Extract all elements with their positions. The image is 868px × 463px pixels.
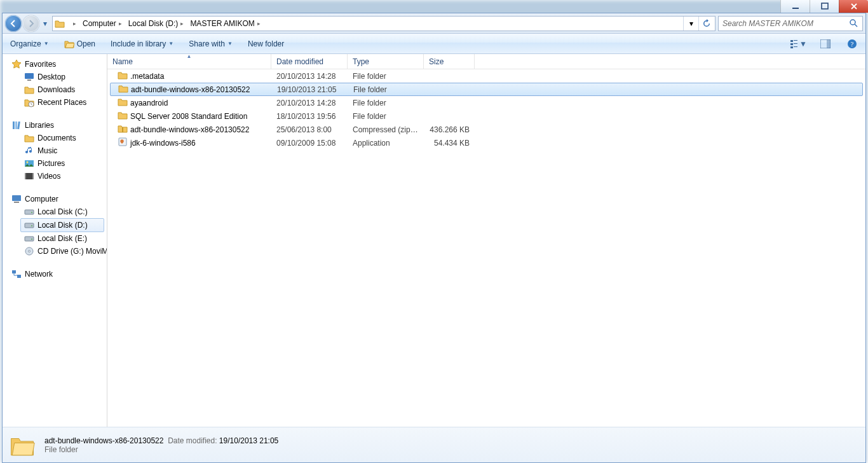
downloads-icon bbox=[24, 85, 34, 95]
nav-desktop[interactable]: Desktop bbox=[5, 71, 107, 83]
minimize-button[interactable] bbox=[780, 0, 810, 13]
file-type: Application bbox=[348, 139, 424, 148]
svg-point-29 bbox=[31, 225, 32, 226]
address-bar[interactable]: ▸ Computer▸ Local Disk (D:)▸ MASTER AMIK… bbox=[52, 16, 715, 31]
search-icon bbox=[849, 18, 859, 31]
breadcrumb-label: Local Disk (D:) bbox=[128, 19, 179, 28]
address-dropdown[interactable]: ▾ bbox=[683, 17, 698, 31]
share-button[interactable]: Share with▼ bbox=[186, 38, 235, 50]
documents-icon bbox=[24, 133, 34, 143]
view-button[interactable]: ▼ bbox=[790, 37, 807, 51]
file-row[interactable]: adt-bundle-windows-x86-2013052219/10/201… bbox=[110, 83, 863, 96]
col-name[interactable]: Name▲ bbox=[107, 54, 271, 69]
close-button[interactable] bbox=[839, 0, 868, 13]
svg-point-20 bbox=[27, 162, 29, 163]
nav-history-dropdown[interactable]: ▾ bbox=[41, 15, 50, 32]
details-title: adt-bundle-windows-x86-20130522 bbox=[44, 436, 163, 445]
col-type[interactable]: Type bbox=[348, 54, 424, 69]
cd-icon bbox=[24, 246, 34, 256]
search-placeholder: Search MASTER AMIKOM bbox=[722, 19, 813, 28]
nav-music[interactable]: Music bbox=[5, 144, 107, 157]
drive-icon bbox=[24, 220, 34, 230]
back-button[interactable] bbox=[5, 15, 22, 32]
toolbar: Organize▼ Open Include in library▼ Share… bbox=[3, 34, 865, 54]
network-header[interactable]: Network bbox=[5, 268, 107, 280]
open-folder-icon bbox=[64, 39, 74, 49]
organize-button[interactable]: Organize▼ bbox=[8, 38, 51, 50]
col-date[interactable]: Date modified bbox=[271, 54, 348, 69]
file-type: File folder bbox=[348, 112, 424, 121]
drive-icon bbox=[24, 207, 34, 217]
details-pane: adt-bundle-windows-x86-20130522 Date mod… bbox=[3, 427, 865, 462]
breadcrumb-computer[interactable]: Computer▸ bbox=[79, 17, 125, 31]
file-type: File folder bbox=[348, 72, 424, 81]
file-row[interactable]: adt-bundle-windows-x86-2013052225/06/201… bbox=[107, 123, 865, 136]
explorer-window: ▾ ▸ Computer▸ Local Disk (D:)▸ MASTER AM… bbox=[2, 13, 866, 463]
svg-rect-0 bbox=[792, 8, 799, 9]
libraries-header[interactable]: Libraries bbox=[5, 119, 107, 132]
file-size: 436.266 KB bbox=[424, 125, 475, 134]
include-library-button[interactable]: Include in library▼ bbox=[108, 38, 176, 50]
nav-drive-e[interactable]: Local Disk (E:) bbox=[5, 232, 107, 245]
computer-header[interactable]: Computer bbox=[5, 193, 107, 205]
svg-rect-17 bbox=[15, 121, 17, 129]
videos-icon bbox=[24, 171, 34, 181]
help-button[interactable]: ? bbox=[844, 37, 860, 51]
file-row[interactable]: .metadata20/10/2013 14:28File folder bbox=[107, 69, 865, 83]
svg-rect-25 bbox=[14, 202, 19, 203]
network-icon bbox=[11, 269, 22, 279]
svg-rect-10 bbox=[827, 39, 831, 48]
nav-pictures[interactable]: Pictures bbox=[5, 157, 107, 170]
file-type: File folder bbox=[348, 85, 424, 94]
svg-rect-1 bbox=[822, 3, 828, 9]
svg-rect-13 bbox=[25, 73, 34, 79]
forward-button[interactable] bbox=[23, 15, 39, 32]
nav-recent[interactable]: Recent Places bbox=[5, 96, 107, 109]
svg-rect-7 bbox=[790, 46, 793, 48]
col-size[interactable]: Size bbox=[424, 54, 475, 69]
svg-rect-5 bbox=[790, 43, 793, 45]
svg-text:?: ? bbox=[851, 40, 854, 48]
nav-drive-g[interactable]: CD Drive (G:) MoviM bbox=[5, 245, 107, 258]
window-controls bbox=[780, 0, 868, 13]
details-text: adt-bundle-windows-x86-20130522 Date mod… bbox=[44, 436, 278, 454]
nav-drive-d[interactable]: Local Disk (D:) bbox=[20, 218, 104, 232]
preview-pane-button[interactable] bbox=[817, 37, 834, 51]
file-row[interactable]: jdk-6-windows-i58609/10/2009 15:08Applic… bbox=[107, 136, 865, 149]
maximize-button[interactable] bbox=[810, 0, 839, 13]
breadcrumb-drive[interactable]: Local Disk (D:)▸ bbox=[125, 17, 187, 31]
svg-rect-14 bbox=[27, 79, 31, 81]
search-input[interactable]: Search MASTER AMIKOM bbox=[718, 16, 863, 31]
svg-point-27 bbox=[31, 212, 32, 213]
file-name: .metadata bbox=[130, 72, 164, 81]
refresh-button[interactable] bbox=[698, 17, 714, 31]
drive-icon bbox=[24, 233, 34, 244]
favorites-header[interactable]: Favorites bbox=[5, 58, 107, 71]
file-row[interactable]: SQL Server 2008 Standard Edition18/10/20… bbox=[107, 109, 865, 123]
svg-rect-18 bbox=[17, 121, 20, 129]
music-icon bbox=[24, 146, 34, 156]
nav-documents[interactable]: Documents bbox=[5, 132, 107, 144]
new-folder-button[interactable]: New folder bbox=[245, 38, 287, 50]
svg-rect-34 bbox=[12, 270, 16, 273]
svg-rect-26 bbox=[25, 210, 34, 214]
open-button[interactable]: Open bbox=[62, 38, 98, 50]
address-row: ▾ ▸ Computer▸ Local Disk (D:)▸ MASTER AM… bbox=[3, 13, 865, 34]
nav-videos[interactable]: Videos bbox=[5, 170, 107, 183]
file-row[interactable]: ayaandroid20/10/2013 14:28File folder bbox=[107, 96, 865, 109]
file-date: 25/06/2013 8:00 bbox=[271, 125, 348, 134]
breadcrumb-computer[interactable]: ▸ bbox=[67, 17, 79, 31]
file-date: 20/10/2013 14:28 bbox=[271, 72, 348, 81]
file-date: 20/10/2013 14:28 bbox=[271, 99, 348, 107]
breadcrumb-label: Computer bbox=[83, 19, 116, 28]
nav-downloads[interactable]: Downloads bbox=[5, 83, 107, 96]
file-type: File folder bbox=[348, 99, 424, 107]
svg-point-2 bbox=[850, 20, 855, 25]
navigation-pane: Favorites Desktop Downloads Recent Place… bbox=[3, 54, 107, 427]
folder-icon bbox=[54, 18, 65, 29]
recent-icon bbox=[24, 97, 34, 107]
file-name: ayaandroid bbox=[130, 99, 168, 107]
file-rows[interactable]: .metadata20/10/2013 14:28File folderadt-… bbox=[107, 69, 865, 427]
breadcrumb-folder[interactable]: MASTER AMIKOM▸ bbox=[186, 17, 262, 31]
nav-drive-c[interactable]: Local Disk (C:) bbox=[5, 205, 107, 218]
